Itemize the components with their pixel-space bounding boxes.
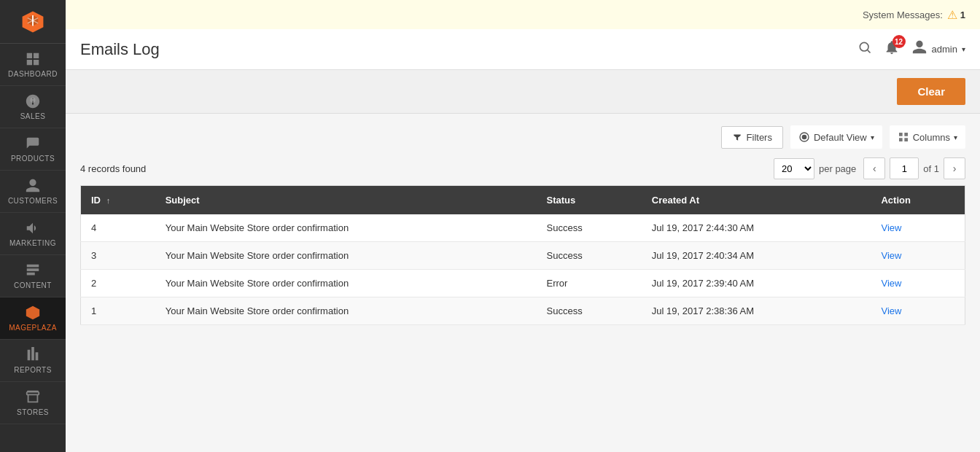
admin-chevron-icon: ▾ — [962, 45, 965, 53]
cell-created-at: Jul 19, 2017 2:39:40 AM — [642, 270, 871, 297]
svg-rect-1 — [27, 265, 39, 268]
sidebar-item-sales[interactable]: SALES — [0, 86, 66, 128]
page-of-label: of 1 — [923, 163, 939, 174]
cell-id: 3 — [81, 242, 155, 270]
cell-created-at: Jul 19, 2017 2:38:36 AM — [642, 297, 871, 325]
columns-chevron-icon: ▾ — [954, 133, 957, 141]
columns-button[interactable]: Columns ▾ — [890, 125, 965, 149]
sidebar-item-stores[interactable]: STORES — [0, 382, 66, 424]
warning-icon: ⚠ — [947, 8, 957, 22]
system-messages-count: 1 — [960, 9, 965, 20]
grid-controls: Filters Default View ▾ Columns ▾ — [80, 125, 965, 149]
admin-avatar-icon — [911, 39, 928, 59]
table-row: 2 Your Main Website Store order confirma… — [81, 270, 965, 297]
svg-rect-2 — [27, 268, 39, 271]
cell-action[interactable]: View — [871, 242, 965, 270]
page-number-input[interactable] — [890, 157, 919, 179]
sidebar: DASHBOARD SALES PRODUCTS CUSTOMERS MARKE… — [0, 0, 66, 452]
sidebar-item-mageplaza[interactable]: MAGEPLAZA — [0, 297, 66, 340]
default-view-button[interactable]: Default View ▾ — [790, 125, 882, 149]
search-button[interactable] — [858, 40, 872, 58]
page-title: Emails Log — [80, 40, 160, 59]
cell-status: Success — [537, 214, 642, 242]
table-row: 4 Your Main Website Store order confirma… — [81, 214, 965, 242]
logo[interactable] — [0, 0, 66, 44]
cell-id: 2 — [81, 270, 155, 297]
sidebar-item-label: CONTENT — [14, 281, 52, 289]
cell-created-at: Jul 19, 2017 2:40:34 AM — [642, 242, 871, 270]
sidebar-item-label: MAGEPLAZA — [9, 324, 57, 332]
sidebar-item-label: CUSTOMERS — [8, 197, 58, 205]
admin-name: admin — [932, 44, 957, 55]
notification-badge: 12 — [892, 35, 906, 48]
sidebar-item-label: SALES — [20, 112, 46, 120]
sidebar-item-label: PRODUCTS — [11, 155, 55, 163]
cell-action[interactable]: View — [871, 214, 965, 242]
system-messages-bar: System Messages: ⚠ 1 — [66, 0, 980, 29]
cell-subject[interactable]: Your Main Website Store order confirmati… — [155, 242, 537, 270]
sidebar-item-content[interactable]: CONTENT — [0, 255, 66, 297]
prev-page-button[interactable]: ‹ — [863, 157, 885, 179]
grid-info-row: 4 records found 20 30 50 100 per page ‹ … — [80, 157, 965, 179]
sidebar-item-label: REPORTS — [14, 366, 52, 374]
sidebar-item-label: STORES — [17, 408, 49, 416]
content-area: Filters Default View ▾ Columns ▾ 4 recor… — [66, 114, 980, 452]
sort-icon: ↑ — [106, 196, 111, 205]
cell-subject[interactable]: Your Main Website Store order confirmati… — [155, 270, 537, 297]
column-header-id[interactable]: ID ↑ — [81, 186, 155, 215]
sidebar-item-customers[interactable]: CUSTOMERS — [0, 171, 66, 213]
sidebar-item-products[interactable]: PRODUCTS — [0, 128, 66, 171]
toolbar-bar: Clear — [66, 70, 980, 114]
per-page-select[interactable]: 20 30 50 100 — [774, 158, 814, 179]
column-header-subject[interactable]: Subject — [155, 186, 537, 215]
notification-button[interactable]: 12 — [884, 39, 900, 59]
default-view-chevron-icon: ▾ — [871, 133, 874, 141]
sidebar-item-dashboard[interactable]: DASHBOARD — [0, 44, 66, 86]
page-header: Emails Log 12 admin ▾ — [66, 29, 980, 70]
emails-log-table: ID ↑ Subject Status Created At Action 4 … — [80, 185, 965, 325]
cell-status: Success — [537, 242, 642, 270]
sidebar-item-marketing[interactable]: MARKETING — [0, 213, 66, 255]
per-page-dropdown[interactable]: 20 30 50 100 — [774, 159, 814, 179]
cell-subject[interactable]: Your Main Website Store order confirmati… — [155, 214, 537, 242]
system-messages-label: System Messages: — [863, 9, 943, 20]
column-header-created-at[interactable]: Created At — [642, 186, 871, 215]
cell-subject[interactable]: Your Main Website Store order confirmati… — [155, 297, 537, 325]
filters-button[interactable]: Filters — [721, 126, 783, 149]
per-page-label: per page — [819, 163, 856, 174]
cell-action[interactable]: View — [871, 270, 965, 297]
cell-status: Error — [537, 270, 642, 297]
cell-id[interactable]: 4 — [81, 214, 155, 242]
pagination: 20 30 50 100 per page ‹ of 1 › — [774, 157, 965, 179]
sidebar-item-label: DASHBOARD — [8, 70, 58, 78]
svg-rect-3 — [27, 273, 35, 276]
columns-label: Columns — [913, 132, 950, 143]
svg-point-5 — [802, 135, 807, 140]
filters-label: Filters — [747, 132, 772, 143]
cell-created-at: Jul 19, 2017 2:44:30 AM — [642, 214, 871, 242]
column-header-status[interactable]: Status — [537, 186, 642, 215]
table-row: 3 Your Main Website Store order confirma… — [81, 242, 965, 270]
svg-point-0 — [30, 98, 35, 103]
table-row: 1 Your Main Website Store order confirma… — [81, 297, 965, 325]
column-header-action[interactable]: Action — [871, 186, 965, 215]
table-header-row: ID ↑ Subject Status Created At Action — [81, 186, 965, 215]
cell-action[interactable]: View — [871, 297, 965, 325]
next-page-button[interactable]: › — [944, 157, 965, 179]
cell-id[interactable]: 1 — [81, 297, 155, 325]
main-content: System Messages: ⚠ 1 Emails Log 12 admin… — [66, 0, 980, 452]
default-view-label: Default View — [814, 132, 867, 143]
admin-menu-button[interactable]: admin ▾ — [911, 39, 965, 59]
header-actions: 12 admin ▾ — [858, 39, 965, 59]
svg-point-4 — [860, 42, 868, 51]
sidebar-item-label: MARKETING — [9, 239, 56, 247]
cell-status: Success — [537, 297, 642, 325]
records-count: 4 records found — [80, 163, 146, 174]
clear-button[interactable]: Clear — [897, 78, 965, 105]
sidebar-item-reports[interactable]: REPORTS — [0, 340, 66, 382]
